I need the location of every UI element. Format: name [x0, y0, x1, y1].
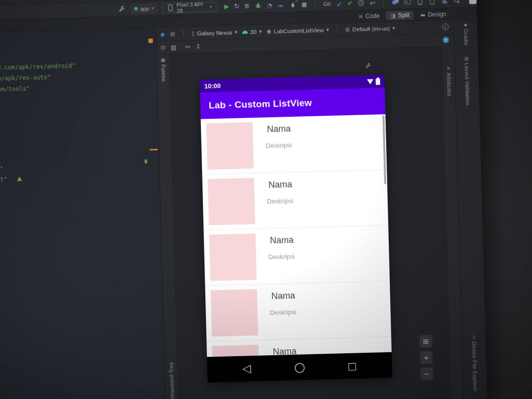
toolbar-separator: [183, 30, 184, 37]
code-line: roid.com/apk/res/android": [0, 62, 75, 71]
xml-code-editor[interactable]: roid.com/apk/res/android" .com/apk/res-a…: [0, 28, 166, 399]
editor-scroll-mark: [150, 149, 158, 150]
code-line: .com/apk/res-auto": [0, 74, 51, 82]
search-icon[interactable]: [453, 0, 460, 4]
list-view-icon[interactable]: ▤: [170, 44, 176, 50]
project-folders-icon[interactable]: [392, 0, 399, 6]
api-level-dropdown[interactable]: 30 ▾: [242, 29, 262, 35]
design-canvas[interactable]: 10:00 Lab - Custom ListView: [169, 47, 451, 399]
toolbar-separator: [383, 0, 384, 6]
layout-design-panel: ◈ ⊘ ▯ Galaxy Nexus ▾ 30 ▾ ◉ LabCustomLis…: [156, 20, 464, 399]
tab-palette[interactable]: ▦ Palette: [160, 58, 166, 82]
phone-app-bar: Lab - Custom ListView: [200, 88, 385, 119]
chevron-down-icon: ▾: [392, 25, 395, 31]
code-line: d.com/tools": [0, 85, 30, 93]
tab-gradle[interactable]: ● Gradle: [463, 23, 469, 45]
device-selector[interactable]: Pixel 3 API 28 ▾: [163, 1, 217, 13]
item-image-placeholder: [206, 122, 254, 169]
help-badge[interactable]: ?: [442, 37, 449, 43]
split-icon: ◨: [390, 13, 396, 18]
git-commit-button[interactable]: ✔: [347, 0, 353, 6]
phone-icon: ▯: [192, 31, 195, 36]
issues-badge[interactable]: !: [442, 24, 449, 30]
profiler-gauge-icon[interactable]: [277, 1, 284, 9]
tab-split[interactable]: ◨ Split: [386, 10, 413, 20]
code-icon: ≡: [359, 14, 364, 19]
tab-code[interactable]: ≡ Code: [359, 12, 380, 20]
horizontal-resize-icon[interactable]: ↔: [185, 43, 191, 50]
item-description: Deskripsi: [266, 141, 292, 149]
list-item[interactable]: Nama Deskripsi: [202, 170, 388, 231]
ide-window: app ▾ Pixel 3 API 28 ▾ ▶ ↻ ≣ ◔ ↗ ■ Git: …: [0, 0, 487, 399]
running-devices-icon[interactable]: [429, 0, 436, 5]
device-dropdown[interactable]: ▯ Galaxy Nexus ▾: [192, 29, 237, 36]
module-selector[interactable]: app ▾: [130, 3, 158, 14]
code-line: rent": [0, 175, 22, 183]
attach-debugger-icon[interactable]: ↗: [289, 0, 297, 8]
item-name: Nama: [268, 179, 293, 190]
history-clock-icon[interactable]: [358, 0, 365, 7]
layout-validation-icon: ▤: [465, 56, 469, 61]
orientation-icon[interactable]: ⊘: [170, 31, 175, 37]
view-options-eye-icon[interactable]: ⊙: [160, 44, 166, 51]
theme-dropdown[interactable]: ◉ LabCustomListView ▾: [266, 27, 329, 34]
list-item[interactable]: Nama Deskripsi: [200, 114, 387, 175]
gradle-sync-wrench-icon[interactable]: [118, 5, 125, 13]
terminal-icon[interactable]: [404, 0, 411, 5]
apply-code-changes-button[interactable]: ≣: [244, 2, 250, 9]
device-manager-icon[interactable]: [416, 0, 424, 5]
chevron-down-icon: ▾: [152, 6, 154, 10]
vertical-resize-icon[interactable]: ↕: [196, 43, 201, 50]
module-status-dot: [134, 7, 137, 10]
nav-home-icon[interactable]: ○: [294, 361, 305, 374]
gradle-icon: ●: [464, 24, 467, 27]
status-time: 10:00: [204, 82, 221, 90]
design-surface-icon[interactable]: ◈: [160, 31, 165, 37]
tab-design[interactable]: ▬ Design: [420, 11, 446, 18]
zoom-out-button[interactable]: −: [420, 367, 433, 381]
tab-component-tree[interactable]: Component Tree ⊘: [168, 362, 175, 399]
item-image-placeholder: [211, 289, 258, 336]
tab-attributes[interactable]: ≡ Attributes: [445, 66, 452, 97]
app-title: Lab - Custom ListView: [208, 98, 312, 111]
item-description: Deskripsi: [270, 308, 297, 316]
run-button[interactable]: ▶: [224, 3, 229, 9]
item-name: Nama: [271, 291, 296, 301]
rollback-button[interactable]: ↩: [370, 0, 376, 6]
item-name: Nama: [267, 124, 291, 134]
debug-bug-icon[interactable]: [255, 1, 262, 9]
tab-device-file-explorer[interactable]: ▯ Device File Explorer: [471, 335, 478, 392]
toolbar-separator: [337, 26, 337, 33]
toolbar-separator: [315, 0, 315, 8]
chevron-down-icon: ▾: [234, 30, 237, 35]
list-item[interactable]: Nama Deskripsi: [205, 281, 391, 342]
nav-recents-icon[interactable]: □: [347, 361, 357, 370]
code-line: ent": [0, 165, 3, 172]
render-options-wrench-icon[interactable]: [365, 63, 371, 69]
apply-changes-button[interactable]: ↻: [234, 3, 239, 9]
phone-preview: 10:00 Lab - Custom ListView: [200, 75, 392, 383]
window-widget-icon[interactable]: [469, 0, 476, 4]
run-with-coverage-button[interactable]: ◔: [267, 2, 272, 8]
attributes-icon: ≡: [447, 66, 451, 70]
palette-icon: ▦: [161, 58, 165, 63]
sdk-manager-icon[interactable]: [441, 0, 448, 4]
item-description: Deskripsi: [268, 253, 295, 261]
custom-listview[interactable]: Nama Deskripsi Nama Deskripsi Nama: [200, 114, 392, 357]
warning-icon: [17, 176, 22, 181]
zoom-in-button[interactable]: +: [420, 351, 433, 365]
android-icon: [242, 31, 248, 33]
tab-layout-validation[interactable]: ▤ Layout Validation: [464, 56, 471, 105]
list-item[interactable]: Nama Deskripsi: [203, 226, 390, 286]
wifi-icon: [366, 79, 373, 84]
stop-button[interactable]: ■: [301, 1, 307, 7]
nav-back-icon[interactable]: ◁: [242, 363, 251, 374]
zoom-fit-button[interactable]: ⊞: [419, 335, 432, 348]
globe-icon: ◍: [345, 27, 350, 32]
item-image-placeholder: [209, 233, 257, 281]
phone-nav-bar: ◁ ○ □: [207, 352, 392, 383]
chevron-down-icon: ▾: [259, 29, 262, 34]
theme-icon: ◉: [266, 29, 271, 34]
locale-dropdown[interactable]: ◍ Default (en-us) ▾: [345, 25, 395, 33]
git-update-button[interactable]: ↙: [336, 0, 342, 7]
